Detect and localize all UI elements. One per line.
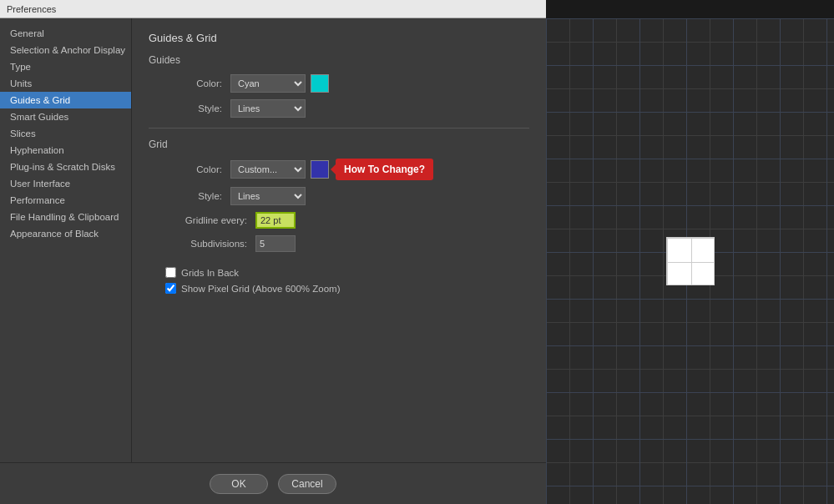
sidebar-item-guides-grid[interactable]: Guides & Grid <box>0 92 131 108</box>
grid-style-select[interactable]: Lines Dots <box>230 187 306 205</box>
cancel-button[interactable]: Cancel <box>278 474 336 494</box>
grid-style-row: Style: Lines Dots <box>149 187 529 205</box>
gridline-label: Gridline every: <box>155 215 247 225</box>
grid-subsection-title: Grid <box>149 139 529 150</box>
subdivisions-row: Subdivisions: <box>149 235 529 252</box>
show-pixel-grid-label: Show Pixel Grid (Above 600% Zoom) <box>181 284 340 294</box>
grids-in-back-row: Grids In Back <box>149 267 529 278</box>
ok-button[interactable]: OK <box>210 474 268 494</box>
show-pixel-grid-checkbox[interactable] <box>165 283 176 294</box>
guides-style-label: Style: <box>155 103 222 113</box>
sidebar-item-appearance-black[interactable]: Appearance of Black <box>0 225 131 242</box>
grid-color-row: Color: Custom... Cyan Magenta Yellow Bla… <box>149 159 529 180</box>
grid-preview-panel <box>546 18 834 504</box>
sidebar-item-user-interface[interactable]: User Interface <box>0 175 131 192</box>
gridline-input[interactable] <box>255 212 296 229</box>
grids-in-back-checkbox[interactable] <box>165 267 176 278</box>
subdivisions-label: Subdivisions: <box>155 239 247 249</box>
grid-color-label: Color: <box>155 164 222 174</box>
sidebar: General Selection & Anchor Display Type … <box>0 18 132 462</box>
grid-canvas <box>546 18 834 504</box>
title-bar: Preferences <box>0 0 546 18</box>
dialog-body: General Selection & Anchor Display Type … <box>0 18 546 462</box>
sidebar-item-plugins-scratch[interactable]: Plug-ins & Scratch Disks <box>0 159 131 175</box>
sidebar-item-slices[interactable]: Slices <box>0 125 131 142</box>
guides-color-label: Color: <box>155 78 222 88</box>
guides-subsection-title: Guides <box>149 54 529 66</box>
sidebar-item-general[interactable]: General <box>0 25 131 42</box>
grids-in-back-label: Grids In Back <box>181 268 239 278</box>
guides-style-select[interactable]: Lines Dots <box>230 99 306 118</box>
sidebar-item-units[interactable]: Units <box>0 75 131 92</box>
sidebar-item-type[interactable]: Type <box>0 58 131 75</box>
separator-1 <box>149 128 529 129</box>
guides-color-swatch[interactable] <box>311 74 329 93</box>
window-title: Preferences <box>7 4 56 14</box>
section-title: Guides & Grid <box>149 32 529 44</box>
show-pixel-grid-row: Show Pixel Grid (Above 600% Zoom) <box>149 283 529 294</box>
white-square-preview <box>666 237 715 285</box>
callout-tooltip: How To Change? <box>336 159 433 180</box>
sidebar-item-performance[interactable]: Performance <box>0 192 131 209</box>
sidebar-item-hyphenation[interactable]: Hyphenation <box>0 142 131 159</box>
grid-style-label: Style: <box>155 191 222 201</box>
grid-color-select[interactable]: Custom... Cyan Magenta Yellow Black <box>230 160 306 179</box>
dialog: General Selection & Anchor Display Type … <box>0 18 546 504</box>
guides-color-select[interactable]: Cyan Magenta Yellow Black Custom... <box>230 74 306 93</box>
sidebar-item-smart-guides[interactable]: Smart Guides <box>0 108 131 125</box>
dialog-footer: OK Cancel <box>0 462 546 504</box>
guides-color-row: Color: Cyan Magenta Yellow Black Custom.… <box>149 74 529 93</box>
sidebar-item-selection-anchor[interactable]: Selection & Anchor Display <box>0 42 131 58</box>
sidebar-item-file-handling[interactable]: File Handling & Clipboard <box>0 209 131 225</box>
subdivisions-input[interactable] <box>255 235 296 252</box>
content-panel: Guides & Grid Guides Color: Cyan Magenta… <box>132 18 546 462</box>
guides-style-row: Style: Lines Dots <box>149 99 529 118</box>
gridline-every-row: Gridline every: <box>149 212 529 229</box>
